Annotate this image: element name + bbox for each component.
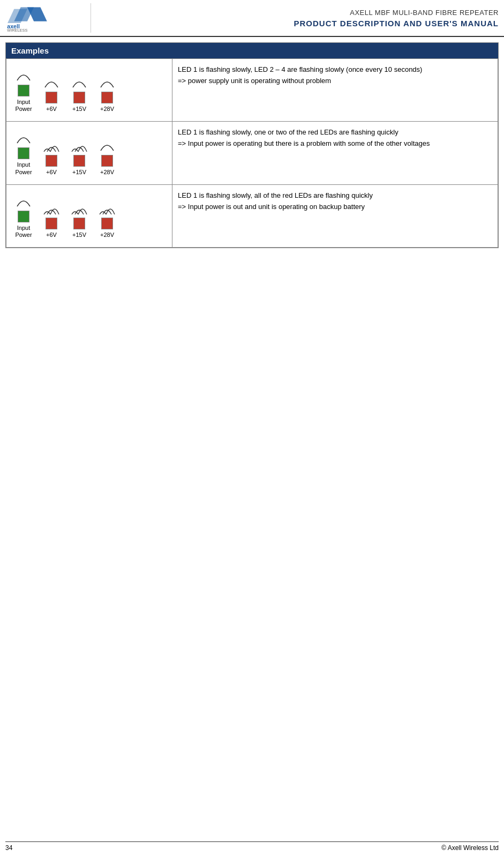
led-square-row1-3 (73, 92, 85, 103)
desc-line-row2-1: LED 1 is flashing slowly, one or two of … (178, 127, 492, 138)
led-item-row1-1: Input Power (14, 68, 33, 113)
led-square-row3-1 (18, 211, 29, 222)
company-logo: axell WIRELESS (5, 3, 54, 33)
led-label-row2-4: +28V (100, 169, 114, 176)
led-item-row1-3: +15V (70, 74, 89, 113)
header-title: PRODUCT DESCRIPTION AND USER'S MANUAL (294, 19, 499, 28)
led-arc-row2-3 (70, 138, 89, 153)
led-square-row1-4 (101, 92, 113, 103)
led-label-row3-3: +15V (72, 232, 86, 239)
led-arc-row1-3 (70, 74, 89, 90)
desc-cell-row3: LED 1 is flashing slowly, all of the red… (172, 184, 498, 247)
led-item-row1-2: +6V (42, 74, 61, 113)
page-footer: 34 © Axell Wireless Ltd (5, 841, 499, 852)
led-label-row1-1: Input Power (15, 99, 32, 113)
led-arc-row2-1 (14, 130, 33, 145)
desc-line-row3-1: LED 1 is flashing slowly, all of the red… (178, 190, 492, 202)
led-square-row2-3 (73, 155, 85, 167)
led-label-row1-3: +15V (72, 106, 86, 113)
desc-line-row3-2: => Input power is out and unit is operat… (178, 202, 492, 213)
led-arc-row2-4 (97, 138, 117, 153)
led-item-row2-3: +15V (70, 138, 89, 176)
led-item-row3-4: +28V (97, 200, 117, 239)
led-arc-row3-1 (14, 193, 33, 208)
led-item-row2-4: +28V (97, 138, 117, 176)
led-cell-row3: Input Power +6V +15V +28V (6, 184, 172, 247)
desc-cell-row2: LED 1 is flashing slowly, one or two of … (172, 122, 498, 184)
page-number: 34 (5, 844, 12, 852)
led-diagram-row1: Input Power+6V+15V+28V (12, 64, 167, 116)
copyright: © Axell Wireless Ltd (441, 844, 499, 852)
led-label-row3-4: +28V (100, 232, 114, 239)
led-square-row1-2 (46, 92, 57, 103)
led-label-row3-2: +6V (46, 232, 57, 239)
led-arc-row1-2 (42, 74, 61, 90)
logo-area: axell WIRELESS (5, 3, 91, 33)
desc-line-row1-1: LED 1 is flashing slowly, LED 2 – 4 are … (178, 64, 492, 76)
led-square-row2-4 (101, 155, 113, 167)
page-content: Examples Input Power+6V+15V+28VLED 1 is … (0, 42, 504, 248)
header-subtitle: AXELL MBF MULI-BAND FIBRE REPEATER (350, 9, 499, 17)
led-square-row2-2 (46, 155, 57, 167)
led-square-row3-4 (101, 218, 113, 229)
led-arc-row3-2 (42, 200, 61, 215)
desc-cell-row1: LED 1 is flashing slowly, LED 2 – 4 are … (172, 59, 498, 122)
led-label-row1-2: +6V (46, 106, 57, 113)
led-arc-row3-3 (70, 200, 89, 215)
led-cell-row1: Input Power+6V+15V+28V (6, 59, 172, 122)
header-text: AXELL MBF MULI-BAND FIBRE REPEATER PRODU… (91, 3, 499, 33)
page-header: axell WIRELESS AXELL MBF MULI-BAND FIBRE… (0, 0, 504, 37)
led-diagram-row3: Input Power +6V +15V +28V (12, 190, 167, 242)
led-square-row1-1 (18, 85, 29, 96)
examples-header: Examples (6, 43, 498, 58)
led-arc-row3-4 (97, 200, 117, 215)
led-square-row2-1 (18, 147, 29, 159)
led-item-row2-1: Input Power (14, 130, 33, 175)
examples-table: Input Power+6V+15V+28VLED 1 is flashing … (6, 58, 498, 248)
led-label-row2-2: +6V (46, 169, 57, 176)
desc-line-row1-2: => power supply unit is operating withou… (178, 76, 492, 87)
examples-section: Examples Input Power+6V+15V+28VLED 1 is … (5, 42, 499, 248)
svg-text:WIRELESS: WIRELESS (7, 28, 27, 33)
led-label-row1-4: +28V (100, 106, 114, 113)
led-arc-row1-4 (97, 74, 117, 90)
led-item-row3-2: +6V (42, 200, 61, 239)
led-arc-row2-2 (42, 138, 61, 153)
led-item-row3-3: +15V (70, 200, 89, 239)
led-label-row2-3: +15V (72, 169, 86, 176)
led-item-row1-4: +28V (97, 74, 117, 113)
led-arc-row1-1 (14, 68, 33, 83)
led-item-row2-2: +6V (42, 138, 61, 176)
led-diagram-row2: Input Power +6V +15V+28V (12, 127, 167, 178)
led-cell-row2: Input Power +6V +15V+28V (6, 122, 172, 184)
led-square-row3-2 (46, 218, 57, 229)
desc-line-row2-2: => Input power is operating but there is… (178, 138, 492, 150)
led-item-row3-1: Input Power (14, 193, 33, 239)
led-label-row3-1: Input Power (15, 225, 32, 239)
led-square-row3-3 (73, 218, 85, 229)
led-label-row2-1: Input Power (15, 161, 32, 175)
